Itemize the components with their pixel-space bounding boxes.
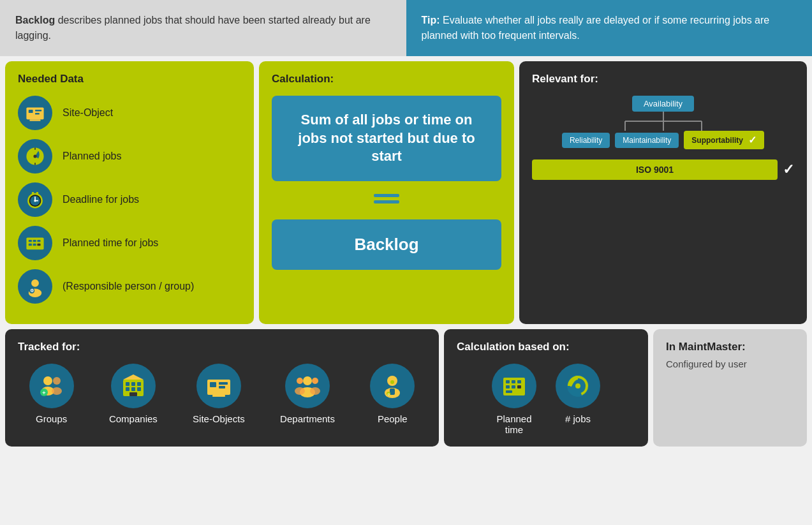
supportability-node: Supportability ✓ xyxy=(684,131,764,149)
maintmaster-text: Configured by user xyxy=(666,359,794,369)
site-object-label: Site-Object xyxy=(63,107,113,119)
svg-rect-52 xyxy=(219,386,225,388)
tracked-item-site-objects: Site-Objects xyxy=(193,364,245,424)
svg-point-55 xyxy=(297,378,303,384)
svg-rect-48 xyxy=(129,392,137,396)
svg-rect-67 xyxy=(506,380,510,383)
svg-point-24 xyxy=(31,279,39,287)
calculation-panel: Calculation: Sum of all jobs or time on … xyxy=(259,61,514,324)
maintmaster-title: In MaintMaster: xyxy=(666,341,794,353)
svg-rect-15 xyxy=(32,192,34,194)
svg-point-62 xyxy=(390,380,394,384)
person-label: (Responsible person / group) xyxy=(63,281,194,292)
svg-point-56 xyxy=(312,378,318,384)
calculation-title: Calculation: xyxy=(272,73,334,85)
svg-rect-22 xyxy=(33,244,36,246)
calc-icons-row: Planned time # jobs xyxy=(457,364,635,435)
svg-point-35 xyxy=(43,376,52,385)
svg-rect-29 xyxy=(374,200,399,203)
tracked-panel: Tracked for: + Groups xyxy=(5,329,439,447)
companies-icon xyxy=(111,364,156,408)
deadline-label: Deadline for jobs xyxy=(63,194,139,205)
tracked-title: Tracked for: xyxy=(18,341,426,353)
svg-rect-28 xyxy=(374,194,399,197)
svg-rect-42 xyxy=(126,382,129,386)
data-item-planned-time: Planned time for jobs xyxy=(18,226,241,260)
tracked-item-companies: Companies xyxy=(109,364,158,424)
maintainability-node: Maintainability xyxy=(615,133,679,148)
calc-item-jobs: # jobs xyxy=(556,364,600,424)
tip-bold: Tip: xyxy=(422,15,440,26)
svg-rect-45 xyxy=(126,387,129,391)
planned-jobs-icon xyxy=(18,139,52,174)
people-icon: ⚙ xyxy=(370,364,415,408)
svg-rect-2 xyxy=(35,110,41,112)
bottom-section: Tracked for: + Groups xyxy=(0,329,812,452)
svg-rect-70 xyxy=(506,385,510,388)
planned-time-label: Planned time for jobs xyxy=(63,237,158,249)
data-item-site-object: Site-Object xyxy=(18,96,241,130)
svg-point-37 xyxy=(53,377,61,385)
svg-rect-3 xyxy=(35,113,40,115)
deadline-icon xyxy=(18,182,52,217)
svg-rect-23 xyxy=(37,244,40,246)
svg-rect-51 xyxy=(219,382,228,385)
svg-rect-53 xyxy=(212,395,225,397)
relevant-panel: Relevant for: Availability Reliability M… xyxy=(519,61,807,324)
supportability-checkmark: ✓ xyxy=(748,134,757,146)
reliability-node: Reliability xyxy=(562,133,610,148)
svg-rect-47 xyxy=(137,387,141,391)
svg-point-54 xyxy=(303,376,312,385)
planned-time-calc-icon xyxy=(492,364,536,408)
svg-rect-18 xyxy=(29,240,32,242)
tip-text: Evaluate whether all jobs really are del… xyxy=(422,15,770,41)
iso-row: ISO 9001 ✓ xyxy=(532,159,794,180)
svg-rect-72 xyxy=(517,385,521,388)
svg-point-59 xyxy=(310,387,320,395)
middle-section: Needed Data Site-Object xyxy=(0,56,812,329)
svg-point-58 xyxy=(295,387,305,395)
iso-box: ISO 9001 xyxy=(532,159,778,180)
svg-rect-44 xyxy=(137,382,141,386)
svg-rect-1 xyxy=(29,110,33,113)
tracked-icons-row: + Groups xyxy=(18,364,426,424)
iso-checkmark: ✓ xyxy=(783,161,794,178)
planned-time-icon xyxy=(18,226,52,260)
groups-icon: + xyxy=(29,364,74,408)
departments-label: Departments xyxy=(280,413,335,424)
people-label: People xyxy=(378,413,408,424)
data-item-deadline: Deadline for jobs xyxy=(18,182,241,217)
site-object-icon xyxy=(18,96,52,130)
hierarchy-mid-row: Reliability Maintainability Supportabili… xyxy=(562,131,764,149)
svg-rect-68 xyxy=(512,380,515,383)
svg-rect-63 xyxy=(390,388,395,395)
data-item-person: ⚙ (Responsible person / group) xyxy=(18,269,241,304)
equals-sign xyxy=(371,189,402,212)
jobs-calc-icon xyxy=(556,364,600,408)
svg-rect-21 xyxy=(29,244,32,246)
calc-based-title: Calculation based on: xyxy=(457,341,635,353)
relevant-title: Relevant for: xyxy=(532,73,794,85)
svg-rect-20 xyxy=(37,240,40,242)
groups-label: Groups xyxy=(36,413,67,424)
top-section: Backlog describes planned jobs that shou… xyxy=(0,0,812,56)
svg-text:+: + xyxy=(42,390,45,396)
maintmaster-panel: In MaintMaster: Configured by user xyxy=(653,329,807,447)
svg-point-14 xyxy=(34,200,36,202)
planned-time-calc-label: Planned time xyxy=(496,413,531,435)
site-objects-tracked-icon xyxy=(196,364,241,408)
svg-rect-73 xyxy=(506,390,512,393)
svg-rect-69 xyxy=(517,380,521,383)
svg-rect-43 xyxy=(131,382,135,386)
svg-rect-19 xyxy=(33,240,36,242)
planned-jobs-label: Planned jobs xyxy=(63,151,122,162)
tip-box: Tip: Evaluate whether all jobs really ar… xyxy=(406,0,813,56)
departments-icon xyxy=(285,364,330,408)
jobs-calc-label: # jobs xyxy=(565,413,591,424)
result-box: Backlog xyxy=(272,219,501,270)
formula-box: Sum of all jobs or time on jobs not star… xyxy=(272,96,501,181)
calc-based-panel: Calculation based on: Planne xyxy=(444,329,648,447)
tracked-item-people: ⚙ People xyxy=(370,364,415,424)
needed-data-title: Needed Data xyxy=(18,73,241,85)
data-item-planned-jobs: Planned jobs xyxy=(18,139,241,174)
